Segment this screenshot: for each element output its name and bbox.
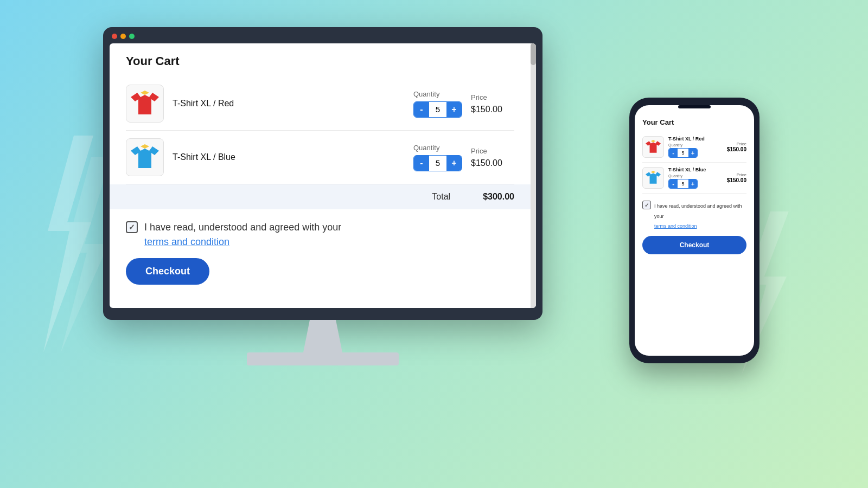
mobile-qty-label-blue: Quantity [668,174,723,178]
desktop-cart-title: Your Cart [126,54,514,68]
desktop-qty-label-red: Quantity [413,90,439,98]
desktop-qty-minus-red[interactable]: - [414,102,429,117]
monitor-frame: Your Cart T-Shirt XL / Red Quantity - [103,27,542,320]
desktop-price-section-blue: Price $150.00 [471,147,514,168]
mobile-qty-controls-red: - 5 + [668,148,698,158]
desktop-price-label-blue: Price [471,147,487,155]
desktop-price-value-red: $150.00 [471,105,502,114]
mobile-phone: Your Cart T-Shirt XL / Red Quantity - 5 … [629,98,760,363]
mobile-qty-value-blue: 5 [678,181,688,187]
svg-marker-10 [651,171,656,173]
desktop-item-name-red: T-Shirt XL / Red [173,99,405,108]
mobile-terms-section: ✓ I have read, understood and agreed wit… [642,200,746,230]
mobile-price-section-blue: Price $150.00 [727,172,746,183]
desktop-qty-plus-blue[interactable]: + [446,156,462,171]
mobile-cart-item-blue: T-Shirt XL / Blue Quantity - 5 + Price $… [642,163,746,194]
desktop-terms-checkbox[interactable]: ✓ [126,221,138,233]
mobile-qty-label-red: Quantity [668,143,723,147]
desktop-item-name-blue: T-Shirt XL / Blue [173,152,405,162]
mobile-checkbox-check: ✓ [644,202,649,208]
mobile-price-value-blue: $150.00 [727,177,746,183]
svg-marker-8 [651,140,656,142]
mobile-qty-plus-red[interactable]: + [688,149,697,157]
desktop-terms-section: ✓ I have read, understood and agreed wit… [126,220,514,249]
phone-frame: Your Cart T-Shirt XL / Red Quantity - 5 … [629,98,760,363]
titlebar-dot-red [112,34,117,39]
desktop-qty-label-blue: Quantity [413,144,439,152]
desktop-qty-value-red: 5 [429,102,446,116]
desktop-price-section-red: Price $150.00 [471,93,514,114]
desktop-total-row: Total $300.00 [110,184,531,209]
mobile-terms-link[interactable]: terms and condition [654,223,697,229]
desktop-qty-minus-blue[interactable]: - [414,156,429,171]
tshirt-red-icon [131,89,159,118]
svg-marker-9 [646,172,661,184]
desktop-checkbox-check: ✓ [129,223,135,232]
monitor-stand-base [247,352,399,365]
mobile-price-value-red: $150.00 [727,146,746,152]
lightning-left-decoration [16,136,114,352]
desktop-terms-link[interactable]: terms and condition [144,236,229,247]
mobile-item-image-blue [642,167,664,189]
phone-screen: Your Cart T-Shirt XL / Red Quantity - 5 … [635,105,754,356]
svg-marker-4 [141,91,149,95]
mobile-price-section-red: Price $150.00 [727,142,746,152]
mobile-cart-item-red: T-Shirt XL / Red Quantity - 5 + Price $1… [642,132,746,163]
monitor-screen: Your Cart T-Shirt XL / Red Quantity - [110,43,536,308]
desktop-price-value-blue: $150.00 [471,158,502,168]
mobile-qty-value-red: 5 [678,150,688,156]
desktop-checkout-button[interactable]: Checkout [126,258,209,285]
mobile-item-name-red: T-Shirt XL / Red [668,136,723,142]
mobile-qty-controls-blue: - 5 + [668,179,698,189]
desktop-cart-content: Your Cart T-Shirt XL / Red Quantity - [110,43,531,308]
desktop-item-image-red [126,85,164,123]
svg-marker-3 [131,93,159,114]
desktop-quantity-section-blue: Quantity - 5 + [413,144,462,171]
mobile-terms-text: I have read, understood and agreed with … [654,203,742,219]
desktop-qty-plus-red[interactable]: + [446,102,462,117]
desktop-terms-text-block: I have read, understood and agreed with … [144,220,341,249]
mobile-checkout-button[interactable]: Checkout [642,236,746,254]
titlebar-dot-green [129,34,135,39]
mobile-qty-minus-red[interactable]: - [669,149,678,157]
desktop-qty-controls-red: - 5 + [413,101,462,118]
desktop-monitor: Your Cart T-Shirt XL / Red Quantity - [103,27,542,365]
desktop-terms-text: I have read, understood and agreed with … [144,222,341,233]
mobile-terms-checkbox[interactable]: ✓ [642,201,651,209]
mobile-qty-minus-blue[interactable]: - [669,179,678,188]
mobile-item-details-red: T-Shirt XL / Red Quantity - 5 + [668,136,723,158]
monitor-stand-neck [290,320,355,352]
titlebar-dot-yellow [120,34,126,39]
desktop-qty-controls-blue: - 5 + [413,155,462,171]
phone-notch [678,105,711,108]
desktop-total-value: $300.00 [483,192,514,202]
mobile-item-name-blue: T-Shirt XL / Blue [668,167,723,172]
mobile-price-label-blue: Price [737,172,746,177]
svg-marker-6 [141,144,149,149]
desktop-price-label-red: Price [471,93,487,101]
mobile-tshirt-red-icon [646,139,661,155]
svg-marker-5 [131,146,159,168]
desktop-quantity-section-red: Quantity - 5 + [413,90,462,118]
desktop-cart-item-blue: T-Shirt XL / Blue Quantity - 5 + Price $… [126,131,514,184]
tshirt-blue-icon [131,143,159,171]
mobile-tshirt-blue-icon [646,170,661,185]
desktop-qty-value-blue: 5 [429,156,446,170]
mobile-terms-text-block: I have read, understood and agreed with … [654,200,746,230]
desktop-item-image-blue [126,138,164,176]
mobile-qty-plus-blue[interactable]: + [688,179,697,188]
desktop-scrollbar[interactable] [531,43,536,308]
monitor-titlebar [110,34,536,39]
mobile-price-label-red: Price [737,142,746,146]
mobile-cart-title: Your Cart [642,118,746,126]
desktop-cart-item-red: T-Shirt XL / Red Quantity - 5 + Price $1… [126,77,514,131]
svg-marker-7 [646,141,661,153]
desktop-total-label: Total [432,192,450,202]
mobile-item-image-red [642,136,664,158]
mobile-item-details-blue: T-Shirt XL / Blue Quantity - 5 + [668,167,723,189]
